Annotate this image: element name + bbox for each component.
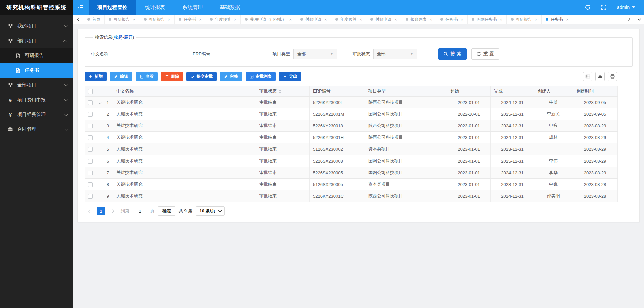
sort-icon[interactable] bbox=[279, 89, 281, 94]
table-row-9[interactable]: 9关键技术研究审批结束5226KY23001C陕西公司科技项目2023-01-0… bbox=[85, 190, 618, 202]
tab-close-icon[interactable]: × bbox=[461, 17, 463, 22]
tab-close-icon[interactable]: × bbox=[199, 17, 202, 22]
cell-start-date: 2022-10-01 bbox=[447, 108, 491, 120]
projects-group-icon bbox=[7, 23, 13, 29]
reset-button[interactable]: 重 置 bbox=[471, 48, 499, 60]
page-size-select[interactable]: 10 条/页 bbox=[196, 206, 225, 216]
toolbar-button-2[interactable]: 查看 bbox=[136, 72, 158, 81]
tabs-menu-icon[interactable] bbox=[634, 15, 644, 24]
export-file-icon[interactable] bbox=[595, 72, 605, 81]
sidebar-item-2[interactable]: 全部项目 bbox=[0, 78, 73, 93]
tab-close-icon[interactable]: × bbox=[324, 17, 327, 22]
top-menu-item-2[interactable]: 系统管理 bbox=[174, 0, 211, 15]
table-row-2[interactable]: 2关键技术研究审批结束5226SX22001M国网公司科技项目2022-10-0… bbox=[85, 108, 618, 120]
toolbar-button-3[interactable]: 删除 bbox=[161, 72, 183, 81]
table-row-7[interactable]: 7关键技术研究审批结束5226SX230005国网公司科技项目2023-01-0… bbox=[85, 167, 618, 179]
sidebar-item-5[interactable]: 合同管理 bbox=[0, 122, 73, 137]
sidebar-item-0[interactable]: 我的项目 bbox=[0, 19, 73, 34]
fullscreen-icon[interactable] bbox=[601, 4, 607, 10]
tab-close-icon[interactable]: × bbox=[566, 17, 569, 22]
select-all-checkbox[interactable] bbox=[88, 89, 93, 94]
menu-collapse-icon[interactable] bbox=[73, 0, 89, 15]
open-tab-12[interactable]: 可研报告× bbox=[507, 15, 542, 24]
row-checkbox[interactable] bbox=[88, 124, 93, 128]
table-row-4[interactable]: 4关键技术研究审批结束5226KY23001H陕西公司科技项目2023-01-0… bbox=[85, 132, 618, 143]
table-row-3[interactable]: 3关键技术研究审批结束5226KY230018陕西公司科技项目2023-01-0… bbox=[85, 120, 618, 132]
open-tab-2[interactable]: 可研报告× bbox=[140, 15, 175, 24]
row-checkbox[interactable] bbox=[88, 194, 93, 199]
project-type-select[interactable]: 全部▼ bbox=[293, 49, 337, 59]
columns-icon[interactable] bbox=[583, 72, 592, 81]
tab-close-icon[interactable]: × bbox=[430, 17, 432, 22]
open-tab-8[interactable]: 付款申请× bbox=[366, 15, 401, 24]
plus-icon bbox=[89, 75, 93, 79]
sidebar-subitem-0[interactable]: 可研报告 bbox=[0, 48, 73, 63]
approval-status-select[interactable]: 全部▼ bbox=[373, 49, 417, 59]
open-tab-13[interactable]: 任务书× bbox=[542, 15, 573, 24]
row-checkbox[interactable] bbox=[88, 147, 93, 152]
open-tab-11[interactable]: 国网任务书× bbox=[468, 15, 507, 24]
top-menu-item-3[interactable]: 基础数据 bbox=[211, 0, 249, 15]
table-row-8[interactable]: 8关键技术研究审批结束5126SX230005资本类项目2023-01-0120… bbox=[85, 179, 618, 190]
column-header-4: 起始 bbox=[447, 86, 491, 97]
refresh-icon[interactable] bbox=[585, 4, 591, 10]
open-tab-5[interactable]: 费用申请（已报账）× bbox=[241, 15, 296, 24]
tab-close-icon[interactable]: × bbox=[500, 17, 502, 22]
toolbar-button-0[interactable]: 新增 bbox=[85, 72, 107, 81]
tab-close-icon[interactable]: × bbox=[133, 17, 136, 22]
table-row-5[interactable]: 5关键技术研究审批结束5126SX230002资本类项目2023-01-0120… bbox=[85, 143, 618, 155]
user-menu[interactable]: admin bbox=[617, 5, 635, 10]
open-tab-1[interactable]: 可研报告× bbox=[105, 15, 140, 24]
erp-code-input[interactable] bbox=[214, 49, 257, 59]
cell-row-number: 1 bbox=[103, 97, 113, 108]
tab-close-icon[interactable]: × bbox=[234, 17, 237, 22]
row-checkbox[interactable] bbox=[88, 171, 93, 175]
table-row-1[interactable]: 1关键技术研究审批结束5226KY23000L陕西公司科技项目2023-01-0… bbox=[85, 97, 618, 108]
open-tab-6[interactable]: 付款申请× bbox=[296, 15, 331, 24]
row-checkbox[interactable] bbox=[88, 182, 93, 187]
tab-close-icon[interactable]: × bbox=[168, 17, 171, 22]
prev-page-icon[interactable] bbox=[85, 207, 93, 215]
toolbar-button-4[interactable]: 提交审批 bbox=[186, 72, 217, 81]
cell-created-time: 2023-08-29 bbox=[573, 120, 618, 132]
toolbar-button-5[interactable]: 审核 bbox=[220, 72, 242, 81]
row-checkbox[interactable] bbox=[88, 100, 93, 105]
top-menu-item-1[interactable]: 统计报表 bbox=[136, 0, 174, 15]
page-number-button[interactable]: 1 bbox=[97, 207, 105, 215]
sidebar-item-4[interactable]: ¥项目经费管理 bbox=[0, 107, 73, 122]
tab-close-icon[interactable]: × bbox=[360, 17, 362, 22]
toolbar-button-7[interactable]: 导出 bbox=[279, 72, 301, 81]
search-button[interactable]: 搜 索 bbox=[438, 48, 467, 60]
tab-close-icon[interactable]: × bbox=[289, 17, 292, 22]
goto-page-input[interactable] bbox=[133, 207, 147, 215]
expand-link[interactable]: 展开 bbox=[124, 35, 133, 40]
top-menu-item-0[interactable]: 项目过程管控 bbox=[89, 0, 136, 15]
toolbar-button-1[interactable]: 编辑 bbox=[110, 72, 132, 81]
tabs-scroll-right-icon[interactable] bbox=[624, 15, 634, 24]
row-expand-icon[interactable] bbox=[98, 101, 102, 104]
open-tab-9[interactable]: 报账列表× bbox=[401, 15, 437, 24]
printer-icon[interactable] bbox=[608, 72, 617, 81]
tab-close-icon[interactable]: × bbox=[394, 17, 397, 22]
open-tab-7[interactable]: 年度预算× bbox=[331, 15, 367, 24]
table-row-6[interactable]: 6关键技术研究审批结束5226SX230008国网公司科技项目2023-01-0… bbox=[85, 155, 618, 167]
row-checkbox[interactable] bbox=[88, 112, 93, 117]
sidebar-item-1[interactable]: 部门项目 bbox=[0, 34, 73, 48]
row-checkbox[interactable] bbox=[88, 159, 93, 164]
next-page-icon[interactable] bbox=[109, 207, 117, 215]
cell-row-number: 6 bbox=[103, 155, 113, 167]
open-tab-10[interactable]: 任务书× bbox=[436, 15, 468, 24]
open-tab-4[interactable]: 年度预算× bbox=[206, 15, 241, 24]
sidebar-item-3[interactable]: ¥项目费用申报 bbox=[0, 93, 73, 107]
confirm-page-button[interactable]: 确定 bbox=[158, 206, 175, 216]
tabs-scroll-left-icon[interactable] bbox=[73, 15, 83, 24]
chinese-name-input[interactable] bbox=[112, 49, 177, 59]
open-tab-0[interactable]: 首页 bbox=[83, 15, 105, 24]
open-tab-3[interactable]: 任务书× bbox=[175, 15, 206, 24]
sidebar-subitem-1[interactable]: 任务书 bbox=[0, 63, 73, 78]
tab-close-icon[interactable]: × bbox=[535, 17, 538, 22]
toolbar-button-6[interactable]: 审批列表 bbox=[246, 72, 276, 81]
collapse-link[interactable]: 收起 bbox=[114, 35, 122, 40]
row-checkbox[interactable] bbox=[88, 135, 93, 140]
column-header-1[interactable]: 审批状态 bbox=[256, 86, 310, 97]
